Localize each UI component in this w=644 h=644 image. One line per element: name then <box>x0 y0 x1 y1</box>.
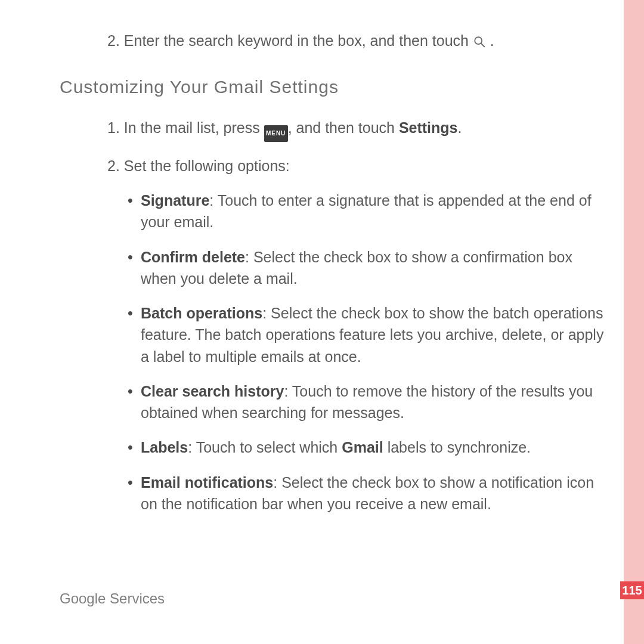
option-batch-operations: Batch operations: Select the check box t… <box>125 302 608 367</box>
option-batch-label: Batch operations <box>141 305 262 321</box>
option-labels-after: labels to synchronize. <box>383 439 531 456</box>
step-2: 2. Set the following options: <box>107 155 608 177</box>
gmail-bold: Gmail <box>342 439 383 456</box>
option-labels-label: Labels <box>141 439 188 456</box>
step-1: 1. In the mail list, press MENU, and the… <box>107 117 608 142</box>
step-2-number: 2. <box>107 157 120 174</box>
intro-step-text: Enter the search keyword in the box, and… <box>124 32 473 49</box>
option-labels-before: : Touch to select which <box>188 439 342 456</box>
footer-chapter-title: Google Services <box>60 590 165 607</box>
step-1-number: 1. <box>107 119 120 136</box>
option-clear-search-history: Clear search history: Touch to remove th… <box>125 380 608 424</box>
option-list: Signature: Touch to enter a signature th… <box>125 190 608 515</box>
section-heading: Customizing Your Gmail Settings <box>60 74 608 100</box>
step-1-before: In the mail list, press <box>124 119 264 136</box>
intro-step-tail: . <box>490 32 494 49</box>
intro-step: 2. Enter the search keyword in the box, … <box>107 30 608 51</box>
side-margin-bar <box>624 0 644 644</box>
option-signature-label: Signature <box>141 192 209 209</box>
option-labels: Labels: Touch to select which Gmail labe… <box>125 436 608 458</box>
page-number-tab: 115 <box>620 581 644 599</box>
step-1-after: , and then touch <box>288 119 399 136</box>
option-notify-label: Email notifications <box>141 474 273 491</box>
page-content: 2. Enter the search keyword in the box, … <box>60 30 608 528</box>
step-2-text: Set the following options: <box>124 157 290 174</box>
option-email-notifications: Email notifications: Select the check bo… <box>125 472 608 515</box>
step-1-tail: . <box>458 119 462 136</box>
option-signature: Signature: Touch to enter a signature th… <box>125 190 608 233</box>
settings-bold: Settings <box>399 119 458 136</box>
svg-line-1 <box>481 44 485 47</box>
menu-icon: MENU <box>264 125 288 142</box>
option-confirm-delete: Confirm delete: Select the check box to … <box>125 246 608 290</box>
option-confirm-label: Confirm delete <box>141 249 245 265</box>
option-clear-label: Clear search history <box>141 383 284 400</box>
search-icon <box>473 35 486 48</box>
intro-step-number: 2. <box>107 32 120 49</box>
